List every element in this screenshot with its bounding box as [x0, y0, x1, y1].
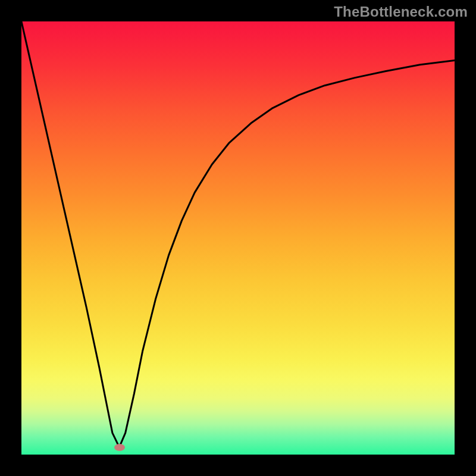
chart-frame: TheBottleneck.com [0, 0, 476, 476]
bottleneck-curve [21, 21, 455, 447]
plot-area [21, 21, 455, 455]
minimum-marker [114, 444, 125, 451]
curve-layer [21, 21, 455, 455]
watermark-text: TheBottleneck.com [334, 4, 468, 20]
